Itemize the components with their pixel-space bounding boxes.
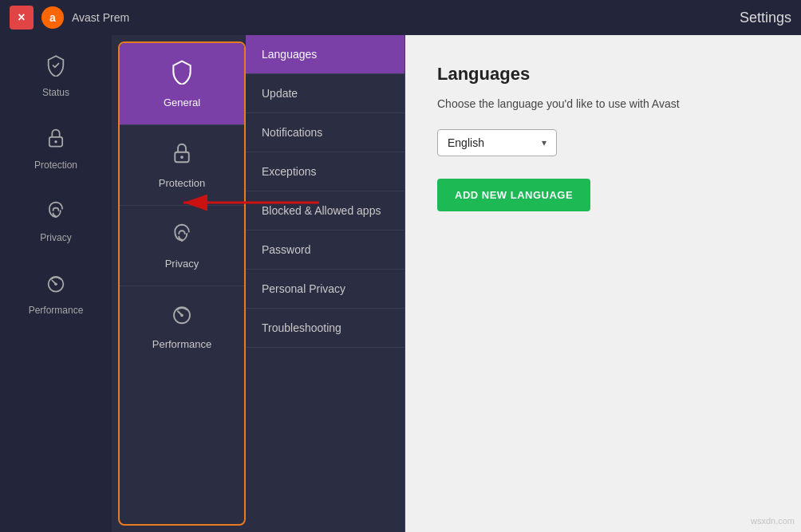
main-container: Status Protection <box>0 35 801 532</box>
category-privacy-label: Privacy <box>165 258 199 270</box>
content-area: Languages Choose the language you'd like… <box>405 35 801 532</box>
sidebar-item-performance[interactable]: Performance <box>8 261 104 327</box>
general-icon <box>169 59 195 90</box>
fingerprint-icon <box>45 199 67 227</box>
category-performance[interactable]: Performance <box>120 286 244 366</box>
sidebar-item-status[interactable]: Status <box>8 43 104 109</box>
chevron-down-icon: ▾ <box>542 137 546 148</box>
sidebar-privacy-label: Privacy <box>40 232 71 243</box>
svg-point-5 <box>54 282 57 286</box>
submenu-notifications[interactable]: Notifications <box>246 113 404 152</box>
title-bar: × a Avast Prem Settings <box>0 0 801 35</box>
cat-speedometer-icon <box>170 302 194 332</box>
category-general-label: General <box>164 97 200 108</box>
sidebar-status-label: Status <box>42 87 69 98</box>
category-privacy[interactable]: Privacy <box>120 206 244 286</box>
watermark: wsxdn.com <box>751 516 795 526</box>
submenu-exceptions[interactable]: Exceptions <box>246 152 404 191</box>
app-logo: a <box>41 6 64 29</box>
sidebar-performance-label: Performance <box>29 305 84 316</box>
cat-lock-icon <box>170 141 194 171</box>
language-value: English <box>448 136 484 149</box>
lock-icon <box>45 127 67 155</box>
submenu-password[interactable]: Password <box>246 231 404 270</box>
svg-point-3 <box>54 140 57 144</box>
svg-text:a: a <box>49 11 56 24</box>
sidebar-protection-label: Protection <box>34 160 77 171</box>
page-title: Languages <box>437 64 769 85</box>
submenu-blocked-allowed[interactable]: Blocked & Allowed apps <box>246 191 404 231</box>
shield-icon <box>45 54 67 82</box>
close-button[interactable]: × <box>10 6 34 30</box>
svg-point-7 <box>180 156 183 159</box>
submenu-panel: Languages Update Notifications Exception… <box>246 35 405 532</box>
language-description: Choose the language you'd like to use wi… <box>437 97 769 110</box>
submenu-personal-privacy[interactable]: Personal Privacy <box>246 270 404 309</box>
language-dropdown[interactable]: English ▾ <box>437 129 557 156</box>
categories-panel: General Protection <box>118 41 246 526</box>
category-protection[interactable]: Protection <box>120 125 244 206</box>
app-title: Avast Prem <box>72 11 725 24</box>
category-protection-label: Protection <box>159 177 206 189</box>
settings-title: Settings <box>740 10 791 26</box>
category-performance-label: Performance <box>152 338 211 350</box>
submenu-troubleshooting[interactable]: Troubleshooting <box>246 309 404 348</box>
submenu-update[interactable]: Update <box>246 74 404 113</box>
cat-fingerprint-icon <box>170 222 194 251</box>
submenu-languages[interactable]: Languages <box>246 35 404 74</box>
sidebar: Status Protection <box>0 35 112 532</box>
sidebar-item-privacy[interactable]: Privacy <box>8 188 104 254</box>
sidebar-item-protection[interactable]: Protection <box>8 116 104 182</box>
svg-point-9 <box>180 313 183 317</box>
add-language-button[interactable]: ADD NEW LANGUAGE <box>437 179 590 211</box>
speedometer-icon <box>45 272 67 300</box>
category-general[interactable]: General <box>120 43 244 125</box>
